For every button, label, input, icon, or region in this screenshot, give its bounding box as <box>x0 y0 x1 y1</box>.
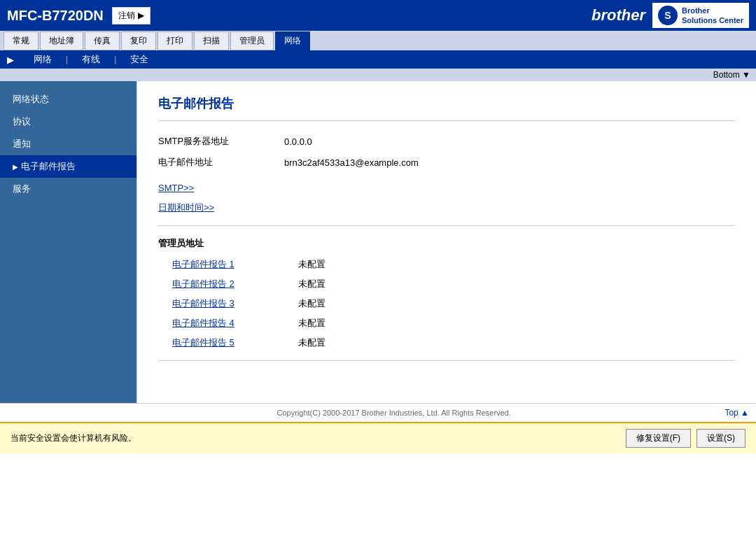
tab-fax[interactable]: 传真 <box>85 31 120 50</box>
admin-link-3[interactable]: 电子邮件报告 3 <box>172 297 298 310</box>
top-link[interactable]: Top ▲ <box>724 408 749 418</box>
footer: Copyright(C) 2000-2017 Brother Industrie… <box>0 403 756 422</box>
solutions-center-link[interactable]: S Brother Solutions Center <box>652 3 749 29</box>
nav-tabs: 常规 地址簿 传真 复印 打印 扫描 管理员 网络 <box>0 31 756 50</box>
email-address-label: 电子邮件地址 <box>158 156 284 169</box>
header-right: brother S Brother Solutions Center <box>592 3 749 29</box>
admin-section-title: 管理员地址 <box>158 237 735 250</box>
active-arrow: ▶ <box>13 163 18 171</box>
smtp-server-label: SMTP服务器地址 <box>158 135 284 148</box>
device-title: MFC-B7720DN <box>7 8 104 24</box>
email-address-value: brn3c2af4533a13@example.com <box>284 157 419 168</box>
warning-buttons: 修复设置(F) 设置(S) <box>626 429 746 448</box>
sub-nav-wired[interactable]: 有线 <box>68 50 114 69</box>
datetime-link[interactable]: 日期和时间>> <box>158 201 735 214</box>
solutions-label: Brother Solutions Center <box>682 6 743 26</box>
smtp-server-row: SMTP服务器地址 0.0.0.0 <box>158 135 735 148</box>
admin-status-3: 未配置 <box>298 297 326 310</box>
admin-status-1: 未配置 <box>298 258 326 271</box>
admin-link-5[interactable]: 电子邮件报告 5 <box>172 337 298 349</box>
tab-normal[interactable]: 常规 <box>4 31 38 50</box>
smtp-server-value: 0.0.0.0 <box>284 136 312 147</box>
info-table: SMTP服务器地址 0.0.0.0 电子邮件地址 brn3c2af4533a13… <box>158 135 735 169</box>
logout-button[interactable]: 注销 ▶ <box>112 7 150 24</box>
footer-copyright: Copyright(C) 2000-2017 Brother Industrie… <box>63 409 724 417</box>
email-address-row: 电子邮件地址 brn3c2af4533a13@example.com <box>158 156 735 169</box>
admin-link-1[interactable]: 电子邮件报告 1 <box>172 258 298 271</box>
tab-address[interactable]: 地址簿 <box>40 31 83 50</box>
warning-bar: 当前安全设置会使计算机有风险。 修复设置(F) 设置(S) <box>0 422 756 453</box>
bottom-label[interactable]: Bottom ▼ <box>713 70 750 80</box>
settings-button[interactable]: 设置(S) <box>696 429 746 448</box>
bottom-bar: Bottom ▼ <box>0 69 756 81</box>
warning-text: 当前安全设置会使计算机有风险。 <box>10 432 136 444</box>
sidebar-item-network-status[interactable]: 网络状态 <box>0 88 136 111</box>
admin-row-2: 电子邮件报告 2 未配置 <box>172 278 735 290</box>
sidebar-item-protocol[interactable]: 协议 <box>0 111 136 133</box>
tab-print[interactable]: 打印 <box>158 31 192 50</box>
content-area: 电子邮件报告 SMTP服务器地址 0.0.0.0 电子邮件地址 brn3c2af… <box>136 81 756 403</box>
admin-status-4: 未配置 <box>298 317 326 330</box>
divider-1 <box>158 225 735 226</box>
sidebar-item-notification[interactable]: 通知 <box>0 133 136 155</box>
admin-row-1: 电子邮件报告 1 未配置 <box>172 258 735 271</box>
brother-logo: brother <box>592 6 645 24</box>
main-layout: 网络状态 协议 通知 ▶ 电子邮件报告 服务 电子邮件报告 SMTP服务器地址 … <box>0 81 756 403</box>
divider-2 <box>158 360 735 361</box>
tab-scan[interactable]: 扫描 <box>194 31 229 50</box>
tab-copy[interactable]: 复印 <box>121 31 156 50</box>
sub-nav: ▶ 网络 | 有线 | 安全 <box>0 50 756 69</box>
admin-row-4: 电子邮件报告 4 未配置 <box>172 317 735 330</box>
sidebar-item-service[interactable]: 服务 <box>0 178 136 200</box>
smtp-link[interactable]: SMTP>> <box>158 183 735 193</box>
sub-nav-arrow: ▶ <box>7 55 14 65</box>
admin-row-3: 电子邮件报告 3 未配置 <box>172 297 735 310</box>
admin-link-2[interactable]: 电子邮件报告 2 <box>172 278 298 290</box>
solutions-icon: S <box>658 6 678 25</box>
admin-status-5: 未配置 <box>298 337 326 349</box>
sub-nav-security[interactable]: 安全 <box>116 50 162 69</box>
sidebar: 网络状态 协议 通知 ▶ 电子邮件报告 服务 <box>0 81 136 403</box>
fix-settings-button[interactable]: 修复设置(F) <box>626 429 691 448</box>
sub-nav-network[interactable]: 网络 <box>20 50 66 69</box>
header: MFC-B7720DN 注销 ▶ brother S Brother Solut… <box>0 0 756 31</box>
page-title: 电子邮件报告 <box>158 95 735 121</box>
tab-admin[interactable]: 管理员 <box>230 31 274 50</box>
tab-network[interactable]: 网络 <box>275 31 310 50</box>
sidebar-item-email-report[interactable]: ▶ 电子邮件报告 <box>0 155 136 178</box>
admin-link-4[interactable]: 电子邮件报告 4 <box>172 317 298 330</box>
admin-status-2: 未配置 <box>298 278 326 290</box>
admin-row-5: 电子邮件报告 5 未配置 <box>172 337 735 349</box>
